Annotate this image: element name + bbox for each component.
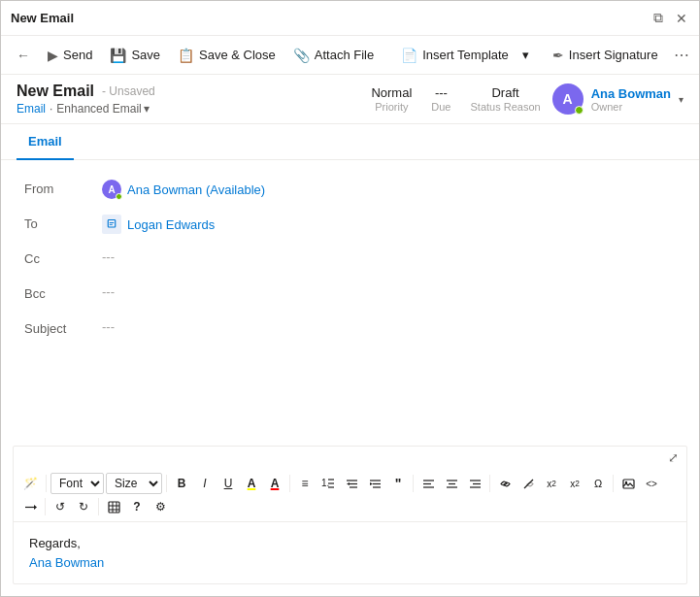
from-field-row: From A Ana Bowman (Available) bbox=[1, 172, 699, 207]
template-dropdown-button[interactable]: ▾ bbox=[518, 43, 533, 67]
send-button[interactable]: ▶ Send bbox=[40, 43, 100, 68]
dropdown-icon: ▾ bbox=[522, 48, 529, 62]
indent-button[interactable] bbox=[364, 473, 385, 494]
due-value: --- bbox=[431, 85, 450, 100]
back-button[interactable]: ← bbox=[9, 43, 38, 68]
header-meta: Normal Priority --- Due Draft Status Rea… bbox=[371, 85, 540, 113]
to-label: To bbox=[24, 215, 102, 231]
font-color-button[interactable]: A bbox=[264, 473, 285, 494]
owner-role: Owner bbox=[591, 101, 671, 113]
window-title: New Email bbox=[11, 11, 74, 25]
from-link[interactable]: A Ana Bowman (Available) bbox=[102, 180, 676, 199]
et-div-5 bbox=[489, 475, 490, 492]
to-link[interactable]: Logan Edwards bbox=[102, 215, 676, 234]
et-div-6 bbox=[613, 475, 614, 492]
svg-marker-14 bbox=[370, 482, 373, 485]
to-value: Logan Edwards bbox=[102, 215, 676, 234]
et-div-3 bbox=[289, 475, 290, 492]
priority-label: Priority bbox=[371, 101, 412, 113]
highlight-button[interactable]: A bbox=[241, 473, 262, 494]
due-field: --- Due bbox=[431, 85, 450, 113]
expand-icon[interactable]: ⤢ bbox=[668, 450, 679, 465]
from-label: From bbox=[24, 180, 102, 196]
signature-name: Ana Bowman bbox=[29, 553, 671, 573]
unlink-button[interactable] bbox=[517, 473, 539, 494]
svg-rect-25 bbox=[623, 480, 634, 488]
cc-value[interactable]: --- bbox=[102, 249, 676, 264]
template-icon: 📄 bbox=[401, 48, 417, 63]
editor-tools-icon[interactable]: 🪄 bbox=[19, 473, 42, 494]
special-chars-button[interactable]: Ω bbox=[587, 473, 609, 494]
editor-toolbar: 🪄 Font Size B I U A bbox=[14, 469, 686, 522]
record-title: New Email bbox=[17, 83, 94, 100]
restore-button[interactable]: ⧉ bbox=[650, 11, 666, 26]
breadcrumb-email[interactable]: Email bbox=[17, 102, 46, 116]
svg-marker-28 bbox=[34, 505, 37, 510]
align-right-button[interactable] bbox=[464, 473, 485, 494]
insert-template-button[interactable]: 📄 Insert Template bbox=[393, 43, 517, 68]
attach-file-button[interactable]: 📎 Attach File bbox=[285, 43, 382, 68]
et-div-7 bbox=[45, 498, 46, 515]
more-options-button[interactable]: ⋯ bbox=[668, 41, 695, 69]
html-source-button[interactable]: <> bbox=[641, 473, 662, 494]
redo-button[interactable]: ↻ bbox=[73, 496, 94, 517]
quote-button[interactable]: " bbox=[387, 473, 409, 494]
svg-line-24 bbox=[524, 480, 533, 488]
undo-button[interactable]: ↺ bbox=[50, 496, 71, 517]
et-div-8 bbox=[98, 498, 99, 515]
owner-name[interactable]: Ana Bowman bbox=[591, 86, 671, 101]
align-left-button[interactable] bbox=[417, 473, 439, 494]
subject-field-row: Subject --- bbox=[1, 312, 699, 347]
underline-button[interactable]: U bbox=[217, 473, 239, 494]
outdent-button[interactable] bbox=[341, 473, 362, 494]
status-label: Status Reason bbox=[471, 101, 541, 113]
svg-marker-10 bbox=[347, 482, 350, 485]
bcc-value[interactable]: --- bbox=[102, 284, 676, 299]
superscript-button[interactable]: x2 bbox=[541, 473, 562, 494]
close-button[interactable]: ✕ bbox=[674, 11, 689, 26]
owner-chevron-icon[interactable]: ▾ bbox=[679, 94, 683, 105]
subject-label: Subject bbox=[24, 319, 102, 336]
svg-rect-29 bbox=[109, 502, 119, 513]
tab-navigation: Email bbox=[1, 124, 699, 160]
italic-button[interactable]: I bbox=[194, 473, 216, 494]
title-bar: New Email ⧉ ✕ bbox=[1, 1, 699, 36]
et-div-4 bbox=[413, 475, 414, 492]
header-title-row: New Email - Unsaved bbox=[17, 83, 359, 100]
attach-icon: 📎 bbox=[293, 48, 310, 63]
tab-email[interactable]: Email bbox=[17, 124, 74, 160]
save-close-button[interactable]: 📋 Save & Close bbox=[170, 43, 283, 68]
bullets-button[interactable]: ≡ bbox=[294, 473, 316, 494]
cc-label: Cc bbox=[24, 249, 102, 266]
font-selector-container: Font bbox=[50, 473, 104, 494]
email-content: From A Ana Bowman (Available) To bbox=[1, 160, 699, 596]
subscript-button[interactable]: x2 bbox=[564, 473, 585, 494]
back-icon: ← bbox=[17, 48, 30, 63]
to-contact-icon bbox=[102, 215, 121, 234]
ltr-button[interactable] bbox=[19, 496, 41, 517]
font-select[interactable]: Font bbox=[50, 473, 104, 494]
numbered-button[interactable]: 1. bbox=[317, 473, 339, 494]
status-field: Draft Status Reason bbox=[471, 85, 541, 113]
insert-signature-button[interactable]: ✒ Insert Signature bbox=[545, 43, 666, 68]
save-button[interactable]: 💾 Save bbox=[102, 43, 168, 68]
help-button[interactable]: ? bbox=[126, 496, 148, 517]
priority-value: Normal bbox=[371, 85, 412, 100]
main-toolbar: ← ▶ Send 💾 Save 📋 Save & Close 📎 Attach … bbox=[1, 36, 699, 75]
due-label: Due bbox=[431, 101, 450, 113]
bcc-label: Bcc bbox=[24, 284, 102, 301]
align-center-button[interactable] bbox=[441, 473, 462, 494]
breadcrumb-enhanced-email[interactable]: Enhanced Email ▾ bbox=[56, 102, 149, 116]
table-button[interactable] bbox=[103, 496, 124, 517]
from-status-dot bbox=[116, 193, 122, 200]
image-button[interactable] bbox=[617, 473, 639, 494]
breadcrumb-separator: · bbox=[50, 102, 52, 116]
bold-button[interactable]: B bbox=[171, 473, 192, 494]
et-div-2 bbox=[166, 475, 167, 492]
size-select[interactable]: Size bbox=[106, 473, 162, 494]
editor-settings-button[interactable]: ⚙ bbox=[150, 496, 171, 517]
link-button[interactable] bbox=[494, 473, 516, 494]
editor-body[interactable]: Regards, Ana Bowman bbox=[14, 522, 686, 583]
breadcrumb-chevron-icon: ▾ bbox=[144, 102, 150, 116]
subject-value[interactable]: --- bbox=[102, 319, 676, 334]
